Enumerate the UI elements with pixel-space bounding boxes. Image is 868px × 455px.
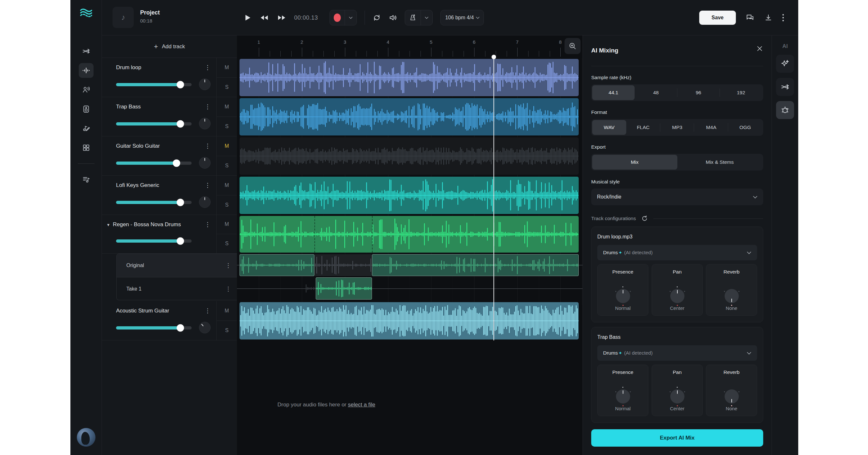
mute-button[interactable]: M bbox=[217, 137, 237, 156]
user-avatar[interactable] bbox=[77, 428, 95, 447]
volume-slider[interactable] bbox=[116, 239, 192, 243]
mute-button[interactable]: M bbox=[217, 176, 237, 195]
solo-button[interactable]: S bbox=[217, 321, 237, 340]
track-menu-kebab-icon[interactable]: ⋮ bbox=[204, 141, 212, 150]
format-option[interactable]: OGG bbox=[728, 120, 762, 135]
track-menu-kebab-icon[interactable]: ⋮ bbox=[204, 102, 212, 111]
app-logo-icon[interactable] bbox=[80, 7, 93, 19]
format-option[interactable]: WAV bbox=[592, 120, 626, 135]
format-option[interactable]: M4A bbox=[694, 120, 728, 135]
record-button[interactable] bbox=[330, 10, 345, 25]
take-clip[interactable] bbox=[316, 277, 372, 300]
stems-split-icon[interactable] bbox=[776, 78, 794, 96]
speaker-box-icon[interactable] bbox=[79, 102, 94, 116]
close-icon[interactable] bbox=[756, 45, 763, 53]
waveform-editor-icon[interactable] bbox=[79, 63, 94, 78]
solo-button[interactable]: S bbox=[217, 234, 237, 254]
audio-clip[interactable] bbox=[240, 302, 579, 340]
track-menu-kebab-icon[interactable]: ⋮ bbox=[204, 220, 212, 229]
apps-grid-icon[interactable] bbox=[79, 140, 94, 155]
volume-slider[interactable] bbox=[116, 162, 192, 165]
param-knob[interactable] bbox=[670, 289, 684, 303]
lane-menu-kebab-icon[interactable]: ⋮ bbox=[224, 284, 232, 294]
audio-clip[interactable] bbox=[240, 98, 579, 136]
master-volume-icon[interactable] bbox=[389, 13, 397, 22]
sample-rate-option[interactable]: 44.1 bbox=[592, 85, 634, 100]
select-file-link[interactable]: select a file bbox=[348, 402, 375, 408]
volume-slider[interactable] bbox=[116, 326, 192, 330]
musical-style-dropdown[interactable]: Rock/Indie bbox=[591, 189, 763, 205]
instrument-dropdown[interactable]: Drums✦ (AI detected) bbox=[597, 245, 757, 260]
bpm-selector[interactable]: 106 bpm 4/4 bbox=[440, 10, 484, 25]
kebab-menu-icon[interactable] bbox=[782, 13, 784, 22]
param-knob[interactable] bbox=[724, 289, 739, 303]
param-knob[interactable] bbox=[724, 389, 739, 403]
format-option[interactable]: FLAC bbox=[626, 120, 660, 135]
lane-row[interactable]: Take 1⋮ bbox=[117, 277, 237, 300]
refresh-icon[interactable] bbox=[641, 215, 648, 222]
playlist-icon[interactable] bbox=[79, 172, 94, 187]
project-thumbnail[interactable]: ♪ bbox=[113, 7, 134, 28]
take-clip[interactable] bbox=[372, 254, 579, 276]
volume-slider-thumb[interactable] bbox=[177, 81, 184, 88]
solo-button[interactable]: S bbox=[217, 156, 237, 176]
track-menu-kebab-icon[interactable]: ⋮ bbox=[204, 306, 212, 315]
save-button[interactable]: Save bbox=[699, 10, 736, 25]
pan-knob[interactable] bbox=[199, 196, 211, 208]
audio-clip[interactable] bbox=[240, 216, 579, 253]
solo-button[interactable]: S bbox=[217, 195, 237, 215]
volume-slider-thumb[interactable] bbox=[177, 120, 184, 128]
param-knob[interactable] bbox=[616, 389, 630, 403]
record-options-chevron[interactable] bbox=[345, 10, 356, 25]
volume-slider-thumb[interactable] bbox=[177, 237, 184, 245]
mute-button[interactable]: M bbox=[217, 97, 237, 117]
export-mode-option[interactable]: Mix bbox=[592, 155, 677, 170]
mute-button[interactable]: M bbox=[217, 58, 237, 78]
sample-rate-option[interactable]: 48 bbox=[634, 85, 677, 100]
sample-rate-option[interactable]: 96 bbox=[677, 85, 720, 100]
play-button[interactable] bbox=[243, 13, 252, 22]
take-clip[interactable] bbox=[305, 277, 316, 300]
export-mode-option[interactable]: Mix & Stems bbox=[677, 155, 763, 170]
mute-button[interactable]: M bbox=[217, 301, 237, 321]
fast-forward-button[interactable] bbox=[277, 14, 286, 22]
stems-split-icon[interactable] bbox=[79, 44, 94, 59]
pan-knob[interactable] bbox=[199, 157, 211, 169]
mute-button[interactable]: M bbox=[217, 215, 237, 234]
track-row[interactable]: Lofi Keys Generic⋮MS bbox=[102, 176, 237, 215]
ai-sparkles-icon[interactable] bbox=[776, 55, 794, 73]
instrument-dropdown[interactable]: Drums✦ (AI detected) bbox=[597, 345, 757, 361]
param-knob[interactable] bbox=[616, 289, 630, 303]
volume-slider-thumb[interactable] bbox=[173, 160, 180, 167]
lane-menu-kebab-icon[interactable]: ⋮ bbox=[224, 261, 232, 270]
loop-icon[interactable] bbox=[373, 13, 381, 22]
add-track-button[interactable]: + Add track bbox=[102, 35, 237, 58]
take-clip[interactable] bbox=[240, 254, 314, 276]
track-menu-kebab-icon[interactable]: ⋮ bbox=[204, 180, 212, 190]
track-row[interactable]: Trap Bass⋮MS bbox=[102, 97, 237, 137]
expand-caret-icon[interactable]: ▼ bbox=[106, 223, 110, 227]
track-row[interactable]: Acoustic Strum Guitar⋮MS bbox=[102, 301, 237, 340]
compose-icon[interactable] bbox=[79, 121, 94, 136]
export-ai-mix-button[interactable]: Export AI Mix bbox=[591, 429, 763, 447]
timeline[interactable]: 12345678 Drop your audio files here or s… bbox=[237, 35, 583, 455]
lane-row[interactable]: Original⋮ bbox=[117, 254, 237, 277]
metronome-icon[interactable] bbox=[405, 10, 421, 25]
audio-clip[interactable] bbox=[240, 177, 579, 214]
audio-clip[interactable] bbox=[240, 59, 579, 96]
pan-knob[interactable] bbox=[199, 322, 211, 333]
take-clip[interactable] bbox=[314, 254, 372, 276]
pan-knob[interactable] bbox=[199, 118, 211, 130]
metronome-options-chevron[interactable] bbox=[421, 10, 432, 25]
sample-rate-option[interactable]: 192 bbox=[720, 85, 762, 100]
pan-knob[interactable] bbox=[199, 79, 211, 90]
track-menu-kebab-icon[interactable]: ⋮ bbox=[204, 62, 212, 72]
audio-clip[interactable] bbox=[240, 137, 579, 175]
volume-slider-thumb[interactable] bbox=[177, 324, 184, 332]
volume-slider[interactable] bbox=[116, 122, 192, 125]
feedback-chat-icon[interactable] bbox=[745, 13, 754, 22]
solo-button[interactable]: S bbox=[217, 78, 237, 97]
volume-slider-thumb[interactable] bbox=[177, 199, 184, 206]
voice-icon[interactable] bbox=[79, 82, 94, 97]
rewind-button[interactable] bbox=[259, 14, 269, 22]
